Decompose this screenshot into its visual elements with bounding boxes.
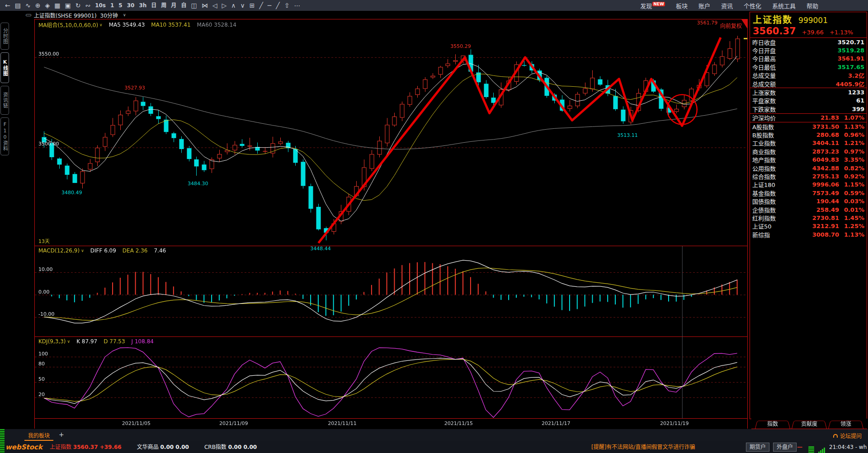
pan-left-icon[interactable]: ◁ <box>210 0 220 11</box>
period-1[interactable]: 1 <box>108 0 116 11</box>
quote-row-label: A股指数 <box>752 122 774 131</box>
save-icon[interactable]: ▣ <box>62 0 73 11</box>
panel-grid-icon[interactable]: ▦ <box>52 0 62 11</box>
quote-row-pct: 1.21% <box>839 140 864 146</box>
period-day[interactable]: 日 <box>149 0 159 11</box>
dropdown-caret-icon[interactable]: ∨ <box>99 23 103 27</box>
quote-row-label: 今日最高 <box>752 54 776 63</box>
quote-row: 上涨家数1233 <box>750 88 867 96</box>
kdj-header: KDJ(9,3,3) ∨ K 87.97 D 77.53 J 108.84 <box>38 338 154 345</box>
overseas-account-button[interactable]: 外盘户 <box>773 443 797 452</box>
ray-line-icon[interactable]: ╱ <box>274 0 282 11</box>
pan-right-icon[interactable]: ▷ <box>219 0 229 11</box>
menu-help[interactable]: 帮助 <box>807 1 818 10</box>
quote-row-label: 综合指数 <box>752 172 776 181</box>
layout-grid-icon[interactable]: ⊞ <box>247 0 257 11</box>
price-annotation: 3527.93 <box>125 85 146 91</box>
quote-row-value: 3404.11 <box>812 140 839 146</box>
quote-row-value: 3008.70 <box>812 231 839 238</box>
tab-leaders[interactable]: 领涨 <box>828 420 863 429</box>
menu-personalize[interactable]: 个性化 <box>744 1 761 10</box>
chart-style-icon[interactable]: ∾ <box>83 0 93 11</box>
quote-row: 地产指数6049.833.35% <box>750 155 867 163</box>
ma-combo-label[interactable]: MA组合(5,10,0,0,60,0) <box>38 21 98 28</box>
tab-my-board[interactable]: 我的板块 <box>24 431 53 441</box>
crosshair-icon[interactable]: ⊕ <box>33 0 43 11</box>
horizontal-line-icon[interactable]: ─ <box>265 0 274 11</box>
sidebar-tab-kline[interactable]: K线图 <box>0 52 9 83</box>
trend-line-icon[interactable]: ∿ <box>23 0 33 11</box>
period-month[interactable]: 月 <box>169 0 179 11</box>
tab-contribution[interactable]: 贡献度 <box>792 420 827 429</box>
quote-row: 今日最低3517.65 <box>750 63 867 71</box>
menu-discover[interactable]: 发现NEW <box>640 1 665 10</box>
toolbar-menu: 发现NEW板块账户资讯个性化系统工具帮助 <box>640 1 868 10</box>
period-5[interactable]: 5 <box>116 0 124 11</box>
quote-change-pct: +1.13% <box>830 29 853 36</box>
quote-row-value: 3520.71 <box>838 39 864 46</box>
kdj-label[interactable]: KDJ(9,3,3) <box>38 338 66 345</box>
period-custom[interactable]: 自 <box>179 0 189 11</box>
adjust-mode-label[interactable]: 向前复权 <box>720 22 742 29</box>
quote-row-value: 4405.9亿 <box>836 79 864 88</box>
dropdown-caret-icon[interactable]: ∨ <box>81 248 84 253</box>
sidebar-tab-news-chain[interactable]: 资讯链 <box>0 86 9 115</box>
quote-row-value: 3.2亿 <box>848 71 864 79</box>
sidebar-tab-time-share[interactable]: 分时图 <box>0 23 9 50</box>
macd-dea-value: DEA 2.36 <box>123 248 148 254</box>
date-axis: 2021/11/052021/11/092021/11/112021/11/15… <box>35 419 747 429</box>
quote-row: 今日最高3561.91 <box>750 55 867 63</box>
macd-panel: MACD(12,26,9) ∨ DIFF 6.09 DEA 2.36 7.46 … <box>35 246 747 337</box>
menu-account[interactable]: 账户 <box>698 1 710 10</box>
period-week[interactable]: 周 <box>159 0 169 11</box>
dropdown-caret-icon[interactable]: ∨ <box>67 339 71 344</box>
compress-icon[interactable]: ⋈ <box>199 0 210 11</box>
link-icon[interactable]: ⊂⊃ <box>25 13 30 18</box>
tab-index[interactable]: 指数 <box>755 420 790 429</box>
quote-row-pct: 0.82% <box>839 165 864 172</box>
more-tools-icon[interactable]: ⋯ <box>292 0 302 11</box>
left-sidebar: 分时图K线图资讯链F10资料 <box>0 11 10 431</box>
macd-label[interactable]: MACD(12,26,9) <box>38 248 80 254</box>
ma60-value: MA60 3528.14 <box>197 22 236 28</box>
app-logo: webStock <box>5 441 42 453</box>
main-chart-canvas[interactable] <box>35 19 748 247</box>
add-board-button[interactable]: + <box>59 431 64 438</box>
period-3h[interactable]: 3h <box>137 0 149 11</box>
quote-row: 上证1809996.061.15% <box>750 181 867 189</box>
futures-account-button[interactable]: 期货户 <box>746 443 769 452</box>
period-selector[interactable]: 30分钟 <box>100 11 118 19</box>
menu-system-tools[interactable]: 系统工具 <box>772 1 796 10</box>
back-icon[interactable]: ← <box>3 0 13 11</box>
split-view-icon[interactable]: ◫ <box>189 0 199 11</box>
zoom-in-icon[interactable]: ∧ <box>229 0 238 11</box>
quote-row-label: 新综指 <box>752 230 770 239</box>
quote-row: 总成交量3.2亿 <box>750 71 867 79</box>
indicator-icon[interactable]: ◈ <box>42 0 52 11</box>
quote-row-pct: 0.59% <box>839 190 864 196</box>
macd-canvas[interactable] <box>35 246 748 337</box>
menu-boards[interactable]: 板块 <box>676 1 688 10</box>
quote-row-label: 上证50 <box>752 222 772 230</box>
watchlist-icon[interactable]: ▤ <box>13 0 23 11</box>
up-arrow-icon[interactable]: ⇧ <box>282 0 292 11</box>
chevron-down-icon[interactable]: ∨ <box>123 13 126 17</box>
kdj-axis-tick: 100 <box>38 351 48 357</box>
trendline-draw-icon[interactable]: ╱ <box>257 0 265 11</box>
refresh-icon[interactable]: ↻ <box>73 0 83 11</box>
price-annotation: 3561.79 <box>697 20 718 26</box>
period-30[interactable]: 30 <box>125 0 137 11</box>
quote-row-label: 商业指数 <box>752 147 776 156</box>
quote-row-value: 3561.91 <box>838 55 864 62</box>
zoom-out-icon[interactable]: ∨ <box>238 0 247 11</box>
period-10s[interactable]: 10s <box>93 0 108 11</box>
quote-summary: 昨日收盘3520.71今日开盘3519.28今日最高3561.91今日最低351… <box>750 38 867 88</box>
status-quote-values: 0.00 0.00 <box>160 444 189 450</box>
disconnect-dash-icon: — <box>797 441 802 453</box>
sidebar-tab-f10[interactable]: F10资料 <box>0 117 9 155</box>
kdj-axis-tick: 80 <box>38 361 45 367</box>
menu-news[interactable]: 资讯 <box>721 1 733 10</box>
forum-ask-button[interactable]: 论坛提问 <box>833 432 862 439</box>
quote-row-value: 9996.06 <box>812 181 839 188</box>
kdj-canvas[interactable] <box>35 337 748 419</box>
